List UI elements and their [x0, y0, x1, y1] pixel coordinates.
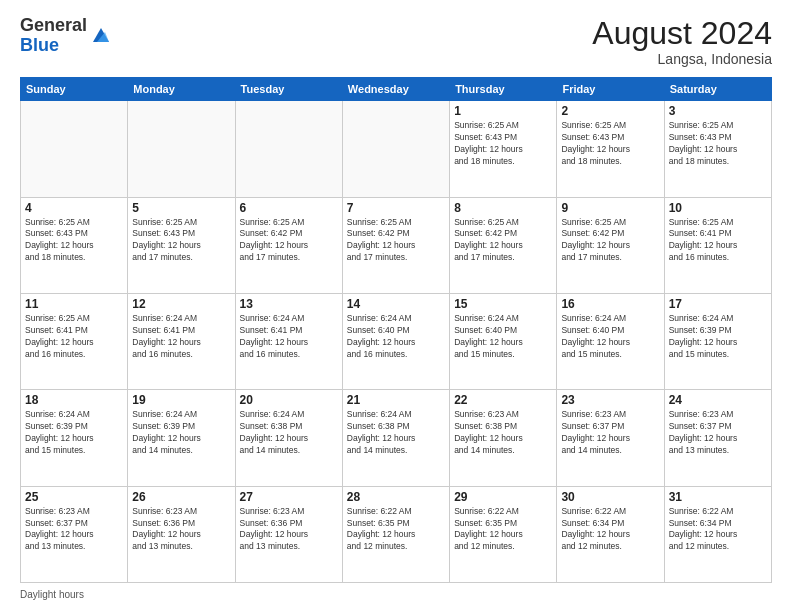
day-info: Sunrise: 6:24 AM Sunset: 6:38 PM Dayligh…	[347, 409, 445, 457]
day-number: 23	[561, 393, 659, 407]
day-info: Sunrise: 6:25 AM Sunset: 6:43 PM Dayligh…	[561, 120, 659, 168]
weekday-header: Saturday	[664, 78, 771, 101]
day-info: Sunrise: 6:25 AM Sunset: 6:42 PM Dayligh…	[240, 217, 338, 265]
calendar-cell: 19Sunrise: 6:24 AM Sunset: 6:39 PM Dayli…	[128, 390, 235, 486]
day-info: Sunrise: 6:25 AM Sunset: 6:42 PM Dayligh…	[454, 217, 552, 265]
weekday-header: Thursday	[450, 78, 557, 101]
calendar-cell: 8Sunrise: 6:25 AM Sunset: 6:42 PM Daylig…	[450, 197, 557, 293]
calendar-cell: 17Sunrise: 6:24 AM Sunset: 6:39 PM Dayli…	[664, 293, 771, 389]
calendar-cell: 23Sunrise: 6:23 AM Sunset: 6:37 PM Dayli…	[557, 390, 664, 486]
header: General Blue August 2024 Langsa, Indones…	[20, 16, 772, 67]
calendar-week-row: 25Sunrise: 6:23 AM Sunset: 6:37 PM Dayli…	[21, 486, 772, 582]
calendar-cell: 29Sunrise: 6:22 AM Sunset: 6:35 PM Dayli…	[450, 486, 557, 582]
day-info: Sunrise: 6:25 AM Sunset: 6:43 PM Dayligh…	[454, 120, 552, 168]
day-info: Sunrise: 6:23 AM Sunset: 6:37 PM Dayligh…	[669, 409, 767, 457]
day-number: 15	[454, 297, 552, 311]
day-number: 22	[454, 393, 552, 407]
calendar-cell	[21, 101, 128, 197]
day-number: 14	[347, 297, 445, 311]
calendar-cell: 30Sunrise: 6:22 AM Sunset: 6:34 PM Dayli…	[557, 486, 664, 582]
day-number: 25	[25, 490, 123, 504]
calendar-cell: 1Sunrise: 6:25 AM Sunset: 6:43 PM Daylig…	[450, 101, 557, 197]
footer: Daylight hours	[20, 589, 772, 600]
calendar-cell: 15Sunrise: 6:24 AM Sunset: 6:40 PM Dayli…	[450, 293, 557, 389]
day-info: Sunrise: 6:24 AM Sunset: 6:40 PM Dayligh…	[454, 313, 552, 361]
calendar-cell: 9Sunrise: 6:25 AM Sunset: 6:42 PM Daylig…	[557, 197, 664, 293]
calendar-cell: 11Sunrise: 6:25 AM Sunset: 6:41 PM Dayli…	[21, 293, 128, 389]
day-number: 5	[132, 201, 230, 215]
day-number: 2	[561, 104, 659, 118]
calendar-cell: 12Sunrise: 6:24 AM Sunset: 6:41 PM Dayli…	[128, 293, 235, 389]
day-info: Sunrise: 6:23 AM Sunset: 6:38 PM Dayligh…	[454, 409, 552, 457]
weekday-header-row: SundayMondayTuesdayWednesdayThursdayFrid…	[21, 78, 772, 101]
calendar-cell: 25Sunrise: 6:23 AM Sunset: 6:37 PM Dayli…	[21, 486, 128, 582]
day-number: 19	[132, 393, 230, 407]
day-info: Sunrise: 6:25 AM Sunset: 6:43 PM Dayligh…	[25, 217, 123, 265]
weekday-header: Sunday	[21, 78, 128, 101]
day-info: Sunrise: 6:24 AM Sunset: 6:38 PM Dayligh…	[240, 409, 338, 457]
day-info: Sunrise: 6:23 AM Sunset: 6:37 PM Dayligh…	[561, 409, 659, 457]
calendar-cell: 21Sunrise: 6:24 AM Sunset: 6:38 PM Dayli…	[342, 390, 449, 486]
weekday-header: Wednesday	[342, 78, 449, 101]
title-block: August 2024 Langsa, Indonesia	[592, 16, 772, 67]
calendar-week-row: 11Sunrise: 6:25 AM Sunset: 6:41 PM Dayli…	[21, 293, 772, 389]
day-info: Sunrise: 6:24 AM Sunset: 6:39 PM Dayligh…	[132, 409, 230, 457]
calendar-cell: 27Sunrise: 6:23 AM Sunset: 6:36 PM Dayli…	[235, 486, 342, 582]
day-number: 17	[669, 297, 767, 311]
weekday-header: Monday	[128, 78, 235, 101]
day-number: 1	[454, 104, 552, 118]
day-info: Sunrise: 6:23 AM Sunset: 6:36 PM Dayligh…	[240, 506, 338, 554]
day-info: Sunrise: 6:23 AM Sunset: 6:37 PM Dayligh…	[25, 506, 123, 554]
day-number: 12	[132, 297, 230, 311]
calendar-cell: 20Sunrise: 6:24 AM Sunset: 6:38 PM Dayli…	[235, 390, 342, 486]
day-number: 3	[669, 104, 767, 118]
calendar-week-row: 18Sunrise: 6:24 AM Sunset: 6:39 PM Dayli…	[21, 390, 772, 486]
calendar-cell: 6Sunrise: 6:25 AM Sunset: 6:42 PM Daylig…	[235, 197, 342, 293]
calendar-week-row: 1Sunrise: 6:25 AM Sunset: 6:43 PM Daylig…	[21, 101, 772, 197]
day-number: 10	[669, 201, 767, 215]
day-info: Sunrise: 6:25 AM Sunset: 6:43 PM Dayligh…	[132, 217, 230, 265]
day-number: 31	[669, 490, 767, 504]
day-number: 27	[240, 490, 338, 504]
day-info: Sunrise: 6:24 AM Sunset: 6:39 PM Dayligh…	[25, 409, 123, 457]
calendar-cell: 26Sunrise: 6:23 AM Sunset: 6:36 PM Dayli…	[128, 486, 235, 582]
day-info: Sunrise: 6:24 AM Sunset: 6:41 PM Dayligh…	[240, 313, 338, 361]
day-info: Sunrise: 6:22 AM Sunset: 6:35 PM Dayligh…	[454, 506, 552, 554]
calendar-table: SundayMondayTuesdayWednesdayThursdayFrid…	[20, 77, 772, 583]
calendar-cell: 4Sunrise: 6:25 AM Sunset: 6:43 PM Daylig…	[21, 197, 128, 293]
month-year: August 2024	[592, 16, 772, 51]
calendar-week-row: 4Sunrise: 6:25 AM Sunset: 6:43 PM Daylig…	[21, 197, 772, 293]
logo-icon	[89, 24, 113, 48]
calendar-cell: 31Sunrise: 6:22 AM Sunset: 6:34 PM Dayli…	[664, 486, 771, 582]
day-number: 29	[454, 490, 552, 504]
day-number: 21	[347, 393, 445, 407]
day-info: Sunrise: 6:22 AM Sunset: 6:34 PM Dayligh…	[669, 506, 767, 554]
calendar-cell: 5Sunrise: 6:25 AM Sunset: 6:43 PM Daylig…	[128, 197, 235, 293]
day-number: 28	[347, 490, 445, 504]
day-info: Sunrise: 6:22 AM Sunset: 6:35 PM Dayligh…	[347, 506, 445, 554]
day-number: 13	[240, 297, 338, 311]
day-number: 16	[561, 297, 659, 311]
day-info: Sunrise: 6:22 AM Sunset: 6:34 PM Dayligh…	[561, 506, 659, 554]
day-info: Sunrise: 6:24 AM Sunset: 6:41 PM Dayligh…	[132, 313, 230, 361]
day-info: Sunrise: 6:23 AM Sunset: 6:36 PM Dayligh…	[132, 506, 230, 554]
logo-general: General	[20, 15, 87, 35]
day-info: Sunrise: 6:24 AM Sunset: 6:40 PM Dayligh…	[347, 313, 445, 361]
calendar-cell: 24Sunrise: 6:23 AM Sunset: 6:37 PM Dayli…	[664, 390, 771, 486]
day-number: 8	[454, 201, 552, 215]
day-info: Sunrise: 6:24 AM Sunset: 6:39 PM Dayligh…	[669, 313, 767, 361]
day-number: 26	[132, 490, 230, 504]
day-number: 24	[669, 393, 767, 407]
day-number: 7	[347, 201, 445, 215]
calendar-cell	[342, 101, 449, 197]
day-info: Sunrise: 6:24 AM Sunset: 6:40 PM Dayligh…	[561, 313, 659, 361]
calendar-cell: 7Sunrise: 6:25 AM Sunset: 6:42 PM Daylig…	[342, 197, 449, 293]
calendar-cell: 18Sunrise: 6:24 AM Sunset: 6:39 PM Dayli…	[21, 390, 128, 486]
calendar-cell: 16Sunrise: 6:24 AM Sunset: 6:40 PM Dayli…	[557, 293, 664, 389]
logo-blue: Blue	[20, 35, 59, 55]
day-info: Sunrise: 6:25 AM Sunset: 6:42 PM Dayligh…	[561, 217, 659, 265]
day-number: 9	[561, 201, 659, 215]
weekday-header: Friday	[557, 78, 664, 101]
day-number: 11	[25, 297, 123, 311]
day-number: 18	[25, 393, 123, 407]
